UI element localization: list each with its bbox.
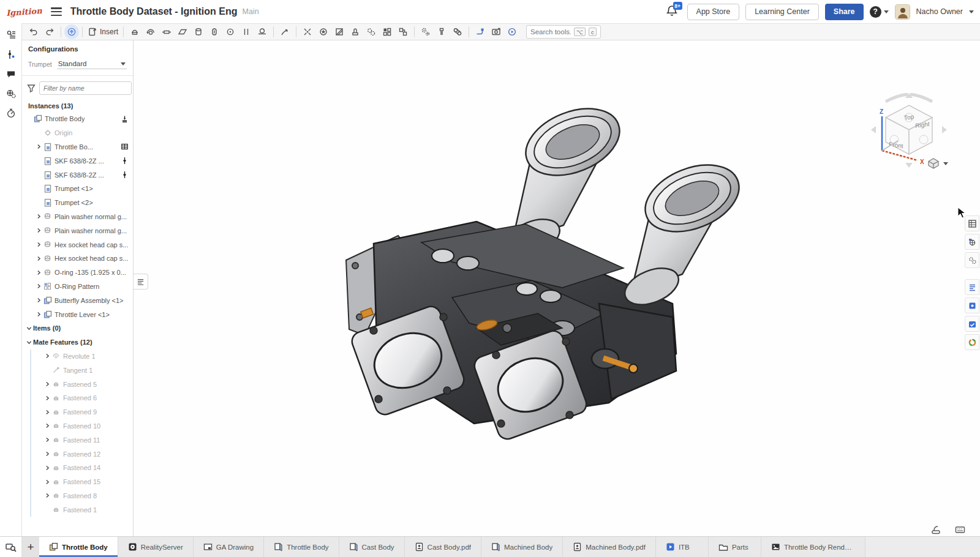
- animate-button[interactable]: [504, 24, 520, 39]
- viewcube-top-label[interactable]: Top: [903, 113, 914, 121]
- user-name[interactable]: Nacho Owner: [916, 7, 963, 16]
- named-positions-button[interactable]: [347, 24, 363, 39]
- chevron-down-icon[interactable]: [24, 324, 33, 332]
- chevron-right-icon[interactable]: [43, 408, 51, 416]
- cut-list-panel-icon[interactable]: [965, 279, 979, 295]
- tree-item[interactable]: O-ring -135 (1.925 x 0...: [22, 266, 133, 280]
- tab-throttle-body-renderin-[interactable]: Throttle Body Renderin...: [761, 537, 865, 557]
- bom-table-panel-icon[interactable]: [965, 215, 979, 231]
- screw-relation-button[interactable]: [434, 24, 450, 39]
- versions-icon[interactable]: [2, 84, 20, 103]
- tree-item[interactable]: Hex socket head cap s...: [22, 237, 133, 252]
- avatar[interactable]: [895, 4, 910, 20]
- tree-item[interactable]: Plain washer normal g...: [22, 210, 133, 224]
- filter-input[interactable]: [39, 81, 132, 95]
- chevron-right-icon[interactable]: [43, 422, 51, 430]
- search-tools-input[interactable]: [530, 28, 571, 36]
- chevron-right-icon[interactable]: [43, 380, 51, 389]
- tree-item[interactable]: Fastened 14: [22, 461, 133, 475]
- tab-cast-body-pdf[interactable]: Cast Body.pdf: [405, 537, 481, 557]
- publications-panel-icon[interactable]: [965, 316, 979, 332]
- config-value-dropdown[interactable]: Standard: [57, 59, 127, 69]
- main-menu-icon[interactable]: [51, 7, 62, 16]
- tangent-mate-button[interactable]: [254, 24, 270, 39]
- revolute-mate-button[interactable]: [143, 24, 159, 39]
- chevron-right-icon[interactable]: [34, 143, 43, 151]
- tree-item[interactable]: Fastened 12: [22, 447, 133, 461]
- gear-relation-button[interactable]: [418, 24, 434, 39]
- pin-badge-icon[interactable]: [120, 170, 129, 179]
- section-view-button[interactable]: [331, 24, 347, 39]
- feature-list-icon[interactable]: [2, 26, 20, 44]
- workspace-badge[interactable]: Main: [243, 7, 259, 16]
- chevron-right-icon[interactable]: [34, 310, 43, 319]
- fastened-mate-button[interactable]: [127, 24, 143, 39]
- tree-item[interactable]: Butterfly Assembly <1>: [22, 293, 133, 307]
- configured-badge-icon[interactable]: [120, 114, 129, 124]
- tab-machined-body-pdf[interactable]: Machined Body.pdf: [563, 537, 656, 557]
- app-store-button[interactable]: App Store: [687, 4, 740, 20]
- 3d-viewport[interactable]: Top Front Right Z X: [134, 40, 980, 536]
- tree-item[interactable]: SKF 638/8-2Z ...: [22, 168, 133, 182]
- help-icon[interactable]: ?: [870, 6, 881, 18]
- tree-item[interactable]: Fastened 11: [22, 433, 133, 447]
- tree-item[interactable]: Tangent 1: [22, 363, 133, 377]
- planar-mate-button[interactable]: [175, 24, 190, 39]
- insert-button[interactable]: Insert: [86, 24, 120, 39]
- tab-realityserver[interactable]: RealityServer: [118, 537, 194, 557]
- slider-mate-button[interactable]: [159, 24, 175, 39]
- panel-flyout-handle[interactable]: [134, 274, 148, 290]
- chevron-right-icon[interactable]: [43, 450, 51, 458]
- mouse-hint-icon[interactable]: [931, 525, 941, 534]
- table-badge-icon[interactable]: [120, 142, 129, 151]
- redo-button[interactable]: [42, 24, 58, 39]
- chevron-right-icon[interactable]: [34, 226, 43, 235]
- filter-funnel-icon[interactable]: [27, 84, 36, 92]
- tree-item[interactable]: Trumpet <1>: [22, 182, 133, 196]
- tree-item[interactable]: Throttle Bo...: [22, 140, 133, 154]
- search-tabs-icon[interactable]: [0, 537, 22, 557]
- chevron-right-icon[interactable]: [43, 436, 51, 444]
- tab-cast-body[interactable]: Cast Body: [339, 537, 405, 557]
- chevron-right-icon[interactable]: [43, 352, 51, 361]
- add-tab-button[interactable]: +: [22, 537, 39, 557]
- tree-item[interactable]: Hex socket head cap s...: [22, 252, 133, 266]
- configurations-panel-icon[interactable]: [2, 45, 20, 64]
- view-options-menu[interactable]: [927, 158, 948, 169]
- pin-badge-icon[interactable]: [120, 156, 129, 165]
- tree-item[interactable]: Fastened 5: [22, 377, 133, 391]
- tree-item[interactable]: Throttle Lever <1>: [22, 307, 133, 321]
- group-button[interactable]: [395, 24, 411, 39]
- search-tools-box[interactable]: ⌥c: [526, 25, 601, 39]
- tab-parts[interactable]: Parts: [709, 537, 761, 557]
- chevron-right-icon[interactable]: [34, 212, 43, 221]
- chevron-right-icon[interactable]: [34, 296, 43, 305]
- tree-item[interactable]: Plain washer normal g...: [22, 223, 133, 237]
- tree-item[interactable]: Origin: [22, 126, 133, 140]
- chevron-right-icon[interactable]: [43, 492, 51, 500]
- help-menu[interactable]: ?: [870, 6, 889, 18]
- share-button[interactable]: Share: [825, 4, 864, 20]
- replicate-button[interactable]: [363, 24, 379, 39]
- tree-item[interactable]: O-Ring Pattern: [22, 280, 133, 294]
- where-used-panel-icon[interactable]: [965, 234, 979, 250]
- tree-item[interactable]: Fastened 15: [22, 475, 133, 489]
- custom-tables-panel-icon[interactable]: [965, 252, 979, 268]
- chevron-right-icon[interactable]: [34, 282, 43, 291]
- undo-button[interactable]: [26, 24, 42, 39]
- ball-mate-button[interactable]: [222, 24, 238, 39]
- tree-item[interactable]: Fastened 9: [22, 405, 133, 419]
- belt-relation-button[interactable]: [450, 24, 466, 39]
- user-menu-caret-icon[interactable]: [969, 10, 974, 13]
- comments-icon[interactable]: [2, 65, 20, 83]
- tab-throttle-body[interactable]: Throttle Body: [39, 537, 118, 557]
- history-icon[interactable]: [2, 104, 20, 122]
- pin-slot-mate-button[interactable]: [206, 24, 222, 39]
- tab-itb[interactable]: ITB: [656, 537, 709, 557]
- tree-item[interactable]: Fastened 10: [22, 419, 133, 433]
- tree-section-mate-features-12-[interactable]: Mate Features (12): [22, 335, 133, 350]
- app-logo[interactable]: Ignition: [6, 6, 43, 17]
- chevron-right-icon[interactable]: [34, 268, 43, 277]
- parallel-mate-button[interactable]: [238, 24, 254, 39]
- tree-item[interactable]: Throttle Body: [22, 112, 133, 126]
